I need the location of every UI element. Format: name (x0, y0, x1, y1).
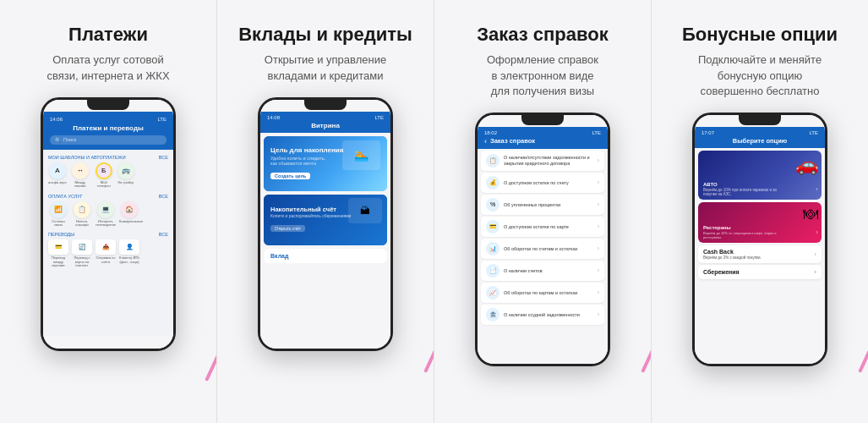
menu-text-4: Об оборотах по счетам и остатках (504, 246, 593, 252)
phone-certificates: 18:02 LTE ‹ Заказ справок 📋 О наличии/от… (475, 113, 610, 366)
bonus-option-auto[interactable]: 🚗 АВТО Вернём до 10% при оплате парковок… (698, 151, 822, 200)
savings-banner-title: Накопительный счёт (270, 206, 380, 213)
phone-deposits-screen: 14:08 LTE Витрина 🏊 Цель для накопления … (260, 100, 390, 349)
phone-payments-search[interactable]: 🔍 Поиск (50, 135, 167, 145)
phone-notch-1 (87, 100, 129, 110)
panel-certificates-subtitle: Оформление справокв электронном видедля … (487, 52, 598, 99)
panel-bonus-title: Бонусные опции (682, 24, 838, 46)
icon-my-phone[interactable]: Б Мой телефон (94, 162, 114, 189)
menu-text-6: Об оборотах по картам и остатках (504, 290, 593, 296)
on-route-icon: 🚌 (117, 162, 134, 179)
panel-payments-title: Платежи (68, 24, 148, 46)
accent-lines-4 (817, 254, 868, 423)
phone-payments: 14:06 LTE Платежи и переводы 🔍 Поиск МОИ… (41, 97, 176, 351)
icon-internet[interactable]: 💻 Интернет, телевидение (96, 201, 116, 228)
menu-text-1: О доступном остатке по счету (504, 180, 593, 186)
phone-payments-screen-title: Платежи и переводы (50, 124, 167, 132)
menu-text-3: О доступном остатке по карте (504, 224, 593, 230)
phone-bonus-screen: 17:07 LTE Выберите опцию 🚗 АВТО Вернём (695, 115, 825, 364)
phone-certificates-header: 18:02 LTE ‹ Заказ справок (478, 127, 608, 149)
card-banner-deposit[interactable]: Вклад (264, 249, 387, 263)
section-transfers-label: ПЕРЕВОДЫ ВСЕ (48, 232, 168, 237)
phone-bonus-status: 17:07 LTE (701, 130, 818, 135)
open-account-button[interactable]: Открыть счёт (270, 225, 305, 232)
phone-deposits-time: 14:08 (267, 115, 280, 120)
create-goal-button[interactable]: Создать цель (270, 173, 310, 179)
phone-payments-header: 14:06 LTE Платежи и переводы 🔍 Поиск (43, 112, 173, 150)
cellular-icon: 📶 (50, 201, 67, 218)
menu-item-5[interactable]: 📄 О наличии счетов › (481, 261, 604, 281)
menu-item-7[interactable]: 🏦 О наличии ссудной задолженности › (481, 305, 604, 325)
search-placeholder: Поиск (63, 137, 76, 142)
section-services-label: ОПЛАТА УСЛУГ ВСЕ (48, 194, 168, 199)
menu-chevron-2: › (598, 201, 599, 207)
menu-item-6[interactable]: 📈 Об оборотах по картам и остатках › (481, 283, 604, 303)
menu-item-4[interactable]: 📊 Об оборотах по счетам и остатках › (481, 239, 604, 259)
restaurant-chevron: › (816, 228, 818, 236)
panel-bonus-subtitle: Подключайте и меняйтебонусную опциюсовер… (698, 52, 822, 99)
bonus-option-cashback[interactable]: Cash Back Вернём до 2% с каждой покупки.… (698, 245, 822, 263)
menu-icon-7: 🏦 (486, 308, 500, 321)
phone-bonus-header: 17:07 LTE Выберите опцию (695, 127, 825, 148)
transfers-icon-row: 💳 Перевод между картами 🔄 Перевод с карт… (48, 239, 168, 267)
savings-banner-subtitle: Копите и распоряжайтесь сбережениями (270, 213, 380, 218)
menu-text-7: О наличии ссудной задолженности (504, 312, 593, 318)
utilities-icon: 🏠 (121, 201, 138, 218)
phone-certificates-screen: 18:02 LTE ‹ Заказ справок 📋 О наличии/от… (478, 115, 608, 364)
icon-taxes[interactable]: 📋 Налоги, штрафы (72, 201, 92, 228)
phone-certificates-body: 📋 О наличии/отсутствии задолженности и з… (478, 151, 608, 325)
phone-deposits-screen-title: Витрина (267, 122, 384, 129)
icon-card-transfer[interactable]: 💳 Перевод между картами (48, 239, 68, 267)
icon-utilities[interactable]: 🏠 Коммунальные (119, 201, 139, 228)
phone-certificates-header-wrap: 18:02 LTE ‹ Заказ справок (478, 127, 608, 149)
panel-certificates-title: Заказ справок (477, 24, 608, 46)
phone-notch-4 (739, 115, 781, 125)
menu-text-2: Об уплаченных процентах (504, 202, 593, 208)
menu-icon-3: 💳 (486, 220, 500, 233)
menu-item-3[interactable]: 💳 О доступном остатке по карте › (481, 217, 604, 237)
bonus-option-restaurant[interactable]: 🍽 Рестораны Вернём до 10% по операциям в… (698, 202, 822, 243)
goal-banner-title: Цель для накопления (270, 146, 380, 154)
phone-certificates-time: 18:02 (484, 130, 497, 135)
menu-icon-4: 📊 (486, 242, 500, 255)
card-banner-savings[interactable]: 🏔 Накопительный счёт Копите и распоряжай… (264, 195, 387, 245)
phone-notch-3 (521, 115, 564, 125)
phone-certificates-wrapper: 18:02 LTE ‹ Заказ справок 📋 О наличии/от… (475, 113, 610, 423)
panel-certificates: Заказ справок Оформление справокв электр… (434, 0, 651, 423)
icon-to-client[interactable]: 👤 Клиенту ВТБ (фил., лица) (119, 239, 139, 267)
phone-payments-time: 14:06 (50, 117, 63, 122)
card-transfer-icon: 💳 (48, 239, 68, 255)
phone-bonus: 17:07 LTE Выберите опцию 🚗 АВТО Вернём (692, 113, 827, 366)
icon-on-route[interactable]: 🚌 На тройку (117, 162, 134, 189)
phone-payments-screen: 14:06 LTE Платежи и переводы 🔍 Поиск МОИ… (43, 100, 173, 349)
menu-item-0[interactable]: 📋 О наличии/отсутствии задолженности и з… (481, 151, 604, 171)
icon-alfa-zero[interactable]: Α альфа зеро (48, 162, 67, 189)
phone-deposits-header: 14:08 LTE Витрина (260, 112, 390, 133)
savings-label: Сбережения (703, 269, 740, 275)
menu-chevron-1: › (598, 179, 599, 185)
icon-cellular[interactable]: 📶 Сотовая связь (48, 201, 68, 228)
icon-between-accounts[interactable]: 🔄 Перевод с карты на накопит. (72, 239, 92, 267)
phone-bonus-screen-title: Выберите опцию (701, 137, 818, 145)
menu-icon-2: % (486, 198, 500, 212)
panel-deposits-subtitle: Открытие и управлениевкладами и кредитам… (265, 52, 386, 83)
phone-payments-signal: LTE (157, 117, 167, 122)
menu-text-0: О наличии/отсутствии задолженности и зак… (504, 155, 593, 166)
back-icon[interactable]: ‹ (484, 137, 487, 146)
menu-text-5: О наличии счетов (504, 268, 593, 274)
menu-item-2[interactable]: % Об уплаченных процентах › (481, 195, 604, 215)
phone-certificates-signal: LTE (592, 130, 601, 135)
accent-lines-2 (383, 254, 434, 423)
icon-between-cards[interactable]: ↔ Между своими (70, 162, 90, 189)
phone-deposits-body: 🏊 Цель для накопления Удобно копить и сл… (260, 136, 390, 263)
icon-from-vtb[interactable]: 📤 Отправка со счёта (96, 239, 116, 267)
card-banner-goal[interactable]: 🏊 Цель для накопления Удобно копить и сл… (264, 136, 387, 191)
bonus-option-savings[interactable]: Сбережения › (698, 265, 822, 279)
menu-item-1[interactable]: 💰 О доступном остатке по счету › (481, 173, 604, 193)
menu-chevron-6: › (598, 289, 599, 295)
menu-chevron-4: › (598, 245, 599, 251)
menu-icon-5: 📄 (486, 264, 500, 277)
phone-notch-2 (304, 100, 347, 110)
phone-payments-status: 14:06 LTE (50, 117, 167, 122)
between-accounts-icon: 🔄 (72, 239, 92, 255)
